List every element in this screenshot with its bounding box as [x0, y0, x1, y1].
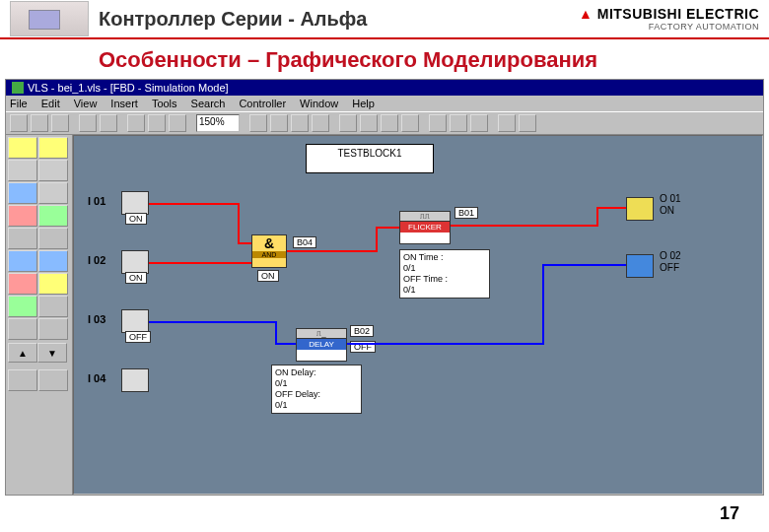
toolbar-button[interactable]: [381, 114, 398, 132]
wire: [238, 203, 240, 242]
and-type-label: AND: [252, 251, 286, 258]
input-block-i02[interactable]: [121, 250, 149, 274]
wire: [149, 262, 251, 264]
wire: [542, 264, 544, 345]
fbd-canvas[interactable]: TESTBLOCK1 I 01 ON I 02 ON I 03 OFF I 04…: [73, 135, 763, 495]
input-block-i04[interactable]: [121, 368, 149, 392]
toolbar-button[interactable]: [470, 114, 488, 132]
output-block-o01[interactable]: [626, 197, 654, 221]
wire: [347, 343, 544, 345]
delay-type-label: DELAY: [297, 339, 346, 350]
palette-button[interactable]: [8, 228, 37, 249]
toolbar-button[interactable]: [498, 114, 516, 132]
input-label-i03: I 03: [88, 313, 105, 325]
toolbar-button[interactable]: [100, 114, 117, 132]
palette-button[interactable]: [38, 250, 68, 272]
toolbar-button[interactable]: [450, 114, 467, 132]
wire: [451, 225, 598, 227]
flicker-block[interactable]: ⎍⎍ FLICKER: [399, 211, 451, 244]
toolbar-button[interactable]: [270, 114, 288, 132]
menu-tools[interactable]: Tools: [152, 98, 177, 109]
input-state-i03: OFF: [125, 331, 151, 343]
toolbar-button[interactable]: [127, 114, 145, 132]
palette-button[interactable]: [8, 250, 37, 272]
zoom-input[interactable]: 150%: [196, 114, 240, 132]
input-state-i01: ON: [125, 213, 147, 225]
menu-edit[interactable]: Edit: [41, 98, 60, 109]
palette-button[interactable]: [8, 318, 37, 340]
palette-button[interactable]: [8, 182, 37, 204]
delay-waveform-icon: ⎍_: [297, 329, 346, 339]
toolbar-button[interactable]: [339, 114, 357, 132]
toolbar-button[interactable]: [429, 114, 447, 132]
window-title: VLS - bei_1.vls - [FBD - Simulation Mode…: [28, 82, 229, 94]
palette-button[interactable]: [38, 137, 68, 159]
and-state: ON: [257, 270, 279, 282]
menu-window[interactable]: Window: [300, 98, 338, 109]
palette-button[interactable]: [38, 182, 68, 204]
menubar: File Edit View Insert Tools Search Contr…: [6, 96, 763, 111]
wire: [596, 207, 598, 227]
palette-button[interactable]: [8, 137, 37, 159]
testblock-label[interactable]: TESTBLOCK1: [306, 144, 434, 173]
flicker-info: ON Time : 0/1 OFF Time : 0/1: [399, 249, 490, 299]
toolbar-button[interactable]: [291, 114, 309, 132]
and-id-label: B04: [293, 236, 316, 248]
palette-button[interactable]: [38, 273, 68, 295]
toolbar-button[interactable]: [360, 114, 378, 132]
flicker-type-label: FLICKER: [400, 222, 450, 233]
menu-file[interactable]: File: [10, 98, 28, 109]
palette-button[interactable]: [38, 318, 68, 340]
app-window: VLS - bei_1.vls - [FBD - Simulation Mode…: [5, 79, 764, 496]
toolbar-button[interactable]: [10, 114, 28, 132]
slide-subtitle: Особенности – Графического Моделирования: [0, 39, 769, 79]
toolbar-button[interactable]: [169, 114, 186, 132]
and-symbol: &: [252, 235, 286, 251]
input-label-i02: I 02: [88, 254, 105, 266]
flicker-waveform-icon: ⎍⎍: [400, 212, 450, 222]
delay-info: ON Delay: 0/1 OFF Delay: 0/1: [271, 365, 362, 414]
palette-button[interactable]: [38, 296, 68, 317]
palette-button[interactable]: [8, 205, 37, 227]
toolbar-button[interactable]: [519, 114, 536, 132]
output-label-o01: O 01: [660, 193, 681, 204]
toolbar-button[interactable]: [31, 114, 48, 132]
output-state-o02: OFF: [660, 262, 679, 273]
delay-block[interactable]: ⎍_ DELAY: [296, 328, 347, 362]
window-titlebar: VLS - bei_1.vls - [FBD - Simulation Mode…: [6, 80, 763, 96]
menu-view[interactable]: View: [74, 98, 98, 109]
and-block[interactable]: & AND: [251, 234, 287, 268]
toolbar-button[interactable]: [79, 114, 97, 132]
brand-name: MITSUBISHI ELECTRIC: [597, 6, 759, 22]
palette-button[interactable]: [38, 228, 68, 249]
delay-id-label: B02: [350, 325, 374, 337]
brand-subtitle: FACTORY AUTOMATION: [579, 22, 759, 32]
toolbar-button[interactable]: [249, 114, 267, 132]
palette-button[interactable]: [8, 273, 37, 295]
menu-search[interactable]: Search: [191, 98, 226, 109]
input-block-i01[interactable]: [121, 191, 149, 215]
stepper-down-icon[interactable]: ▼: [37, 343, 67, 363]
page-number: 17: [720, 503, 739, 524]
palette-button[interactable]: [8, 160, 37, 181]
palette-button[interactable]: [8, 369, 37, 391]
palette-button[interactable]: [8, 296, 37, 317]
wire: [238, 242, 251, 244]
menu-controller[interactable]: Controller: [239, 98, 286, 109]
wire: [542, 264, 626, 266]
toolbar-button[interactable]: [401, 114, 419, 132]
palette-button[interactable]: [38, 369, 68, 391]
slide-header: Контроллер Серии - Альфа ▲ MITSUBISHI EL…: [0, 0, 769, 39]
input-state-i02: ON: [125, 272, 147, 284]
stepper-up-icon[interactable]: ▲: [8, 343, 37, 363]
wire: [376, 227, 399, 229]
menu-help[interactable]: Help: [352, 98, 375, 109]
toolbar-button[interactable]: [312, 114, 329, 132]
toolbar-button[interactable]: [51, 114, 69, 132]
palette-button[interactable]: [38, 160, 68, 181]
palette-button[interactable]: [38, 205, 68, 227]
output-block-o02[interactable]: [626, 254, 654, 278]
input-block-i03[interactable]: [121, 309, 149, 333]
menu-insert[interactable]: Insert: [110, 98, 138, 109]
toolbar-button[interactable]: [148, 114, 166, 132]
